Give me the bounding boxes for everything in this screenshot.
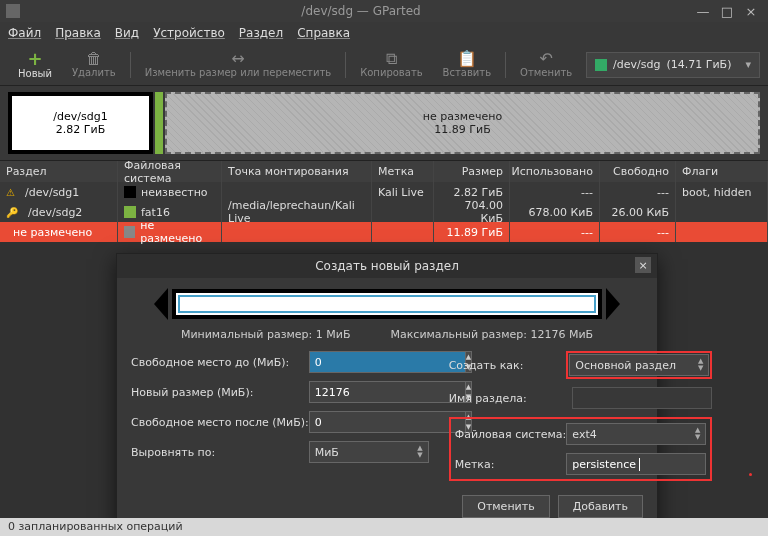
paste-button[interactable]: 📋 Вставить — [433, 44, 501, 85]
red-dot — [749, 473, 752, 476]
app-icon — [6, 4, 20, 18]
fs-color-icon — [124, 186, 136, 198]
undo-button[interactable]: ↶ Отменить — [510, 44, 582, 85]
paste-label: Вставить — [443, 67, 491, 78]
close-button[interactable]: × — [744, 4, 758, 19]
create-as-combo[interactable]: Основной раздел▲▼ — [569, 354, 709, 376]
resize-button[interactable]: ↔ Изменить размер или переместить — [135, 44, 341, 85]
window-title: /dev/sdg — GParted — [26, 4, 696, 18]
warning-icon: ⚠ — [6, 187, 15, 198]
chevron-down-icon: ▾ — [745, 58, 751, 71]
slider-left-arrow-icon — [154, 288, 168, 320]
dialog-titlebar: Создать новый раздел × — [117, 254, 657, 278]
partition-box-unallocated[interactable]: не размечено 11.89 ГиБ — [165, 92, 760, 154]
resize-label: Изменить размер или переместить — [145, 67, 331, 78]
menu-partition[interactable]: Раздел — [239, 26, 283, 40]
cancel-button[interactable]: Отменить — [462, 495, 549, 518]
partition-name-label: Имя раздела: — [449, 392, 573, 405]
menu-file[interactable]: Файл — [8, 26, 41, 40]
table-row[interactable]: не размеченоне размечено11.89 ГиБ------ — [0, 222, 768, 242]
menu-device[interactable]: Устройство — [153, 26, 225, 40]
min-size-label: Минимальный размер: 1 МиБ — [181, 328, 351, 341]
dialog-title: Создать новый раздел — [315, 259, 459, 273]
table-row[interactable]: ⚠ /dev/sdg1неизвестноKali Live2.82 ГиБ--… — [0, 182, 768, 202]
fs-label: Файловая система: — [455, 428, 567, 441]
create-as-label: Создать как: — [449, 359, 567, 372]
align-combo[interactable]: МиБ▲▼ — [309, 441, 429, 463]
maximize-button[interactable]: □ — [720, 4, 734, 19]
free-after-label: Свободное место после (МиБ): — [131, 416, 309, 429]
device-name: /dev/sdg — [613, 58, 660, 71]
fs-color-icon — [124, 226, 135, 238]
create-partition-dialog: Создать новый раздел × Минимальный разме… — [116, 253, 658, 531]
col-flags[interactable]: Флаги — [676, 161, 768, 182]
plus-icon: + — [27, 50, 42, 68]
copy-icon: ⧉ — [386, 51, 397, 67]
key-icon: 🔑 — [6, 207, 18, 218]
slider-track[interactable] — [172, 289, 602, 319]
partition-box-sdg2[interactable] — [155, 92, 163, 154]
align-label: Выровнять по: — [131, 446, 309, 459]
resize-icon: ↔ — [231, 51, 244, 67]
table-header: Раздел Файловая система Точка монтирован… — [0, 160, 768, 182]
disk-visualization: /dev/sdg1 2.82 ГиБ не размечено 11.89 Ги… — [0, 86, 768, 160]
statusbar: 0 запланированных операций — [0, 518, 768, 536]
col-fs[interactable]: Файловая система — [118, 161, 222, 182]
new-size-label: Новый размер (МиБ): — [131, 386, 309, 399]
toolbar: + Новый 🗑 Удалить ↔ Изменить размер или … — [0, 44, 768, 86]
titlebar: /dev/sdg — GParted — □ × — [0, 0, 768, 22]
fs-combo[interactable]: ext4▲▼ — [566, 423, 706, 445]
add-button[interactable]: Добавить — [558, 495, 643, 518]
copy-button[interactable]: ⧉ Копировать — [350, 44, 432, 85]
fs-color-icon — [124, 206, 136, 218]
menu-help[interactable]: Справка — [297, 26, 350, 40]
copy-label: Копировать — [360, 67, 422, 78]
paste-icon: 📋 — [457, 51, 477, 67]
new-button[interactable]: + Новый — [8, 44, 62, 85]
free-before-input[interactable] — [309, 351, 466, 373]
undo-label: Отменить — [520, 67, 572, 78]
col-used[interactable]: Использовано — [510, 161, 600, 182]
metka-input[interactable]: persistence — [566, 453, 706, 475]
table-row[interactable]: 🔑 /dev/sdg2fat16/media/leprechaun/Kali L… — [0, 202, 768, 222]
new-label: Новый — [18, 68, 52, 79]
dialog-close-button[interactable]: × — [635, 257, 651, 273]
metka-label: Метка: — [455, 458, 567, 471]
disk-icon — [595, 59, 607, 71]
minimize-button[interactable]: — — [696, 4, 710, 19]
device-size: (14.71 ГиБ) — [666, 58, 731, 71]
device-selector[interactable]: /dev/sdg (14.71 ГиБ) ▾ — [586, 52, 760, 78]
size-slider[interactable] — [131, 288, 643, 320]
free-after-input[interactable] — [309, 411, 466, 433]
col-mount[interactable]: Точка монтирования — [222, 161, 372, 182]
menubar: Файл Правка Вид Устройство Раздел Справк… — [0, 22, 768, 44]
col-partition[interactable]: Раздел — [0, 161, 118, 182]
col-size[interactable]: Размер — [434, 161, 510, 182]
partition-box-sdg1[interactable]: /dev/sdg1 2.82 ГиБ — [8, 92, 153, 154]
col-label[interactable]: Метка — [372, 161, 434, 182]
partition-name-input[interactable] — [572, 387, 712, 409]
trash-icon: 🗑 — [86, 51, 102, 67]
delete-button[interactable]: 🗑 Удалить — [62, 44, 126, 85]
col-free[interactable]: Свободно — [600, 161, 676, 182]
max-size-label: Максимальный размер: 12176 МиБ — [390, 328, 593, 341]
free-before-label: Свободное место до (МиБ): — [131, 356, 309, 369]
slider-right-arrow-icon — [606, 288, 620, 320]
undo-icon: ↶ — [539, 51, 552, 67]
menu-edit[interactable]: Правка — [55, 26, 101, 40]
menu-view[interactable]: Вид — [115, 26, 139, 40]
delete-label: Удалить — [72, 67, 116, 78]
new-size-input[interactable] — [309, 381, 466, 403]
